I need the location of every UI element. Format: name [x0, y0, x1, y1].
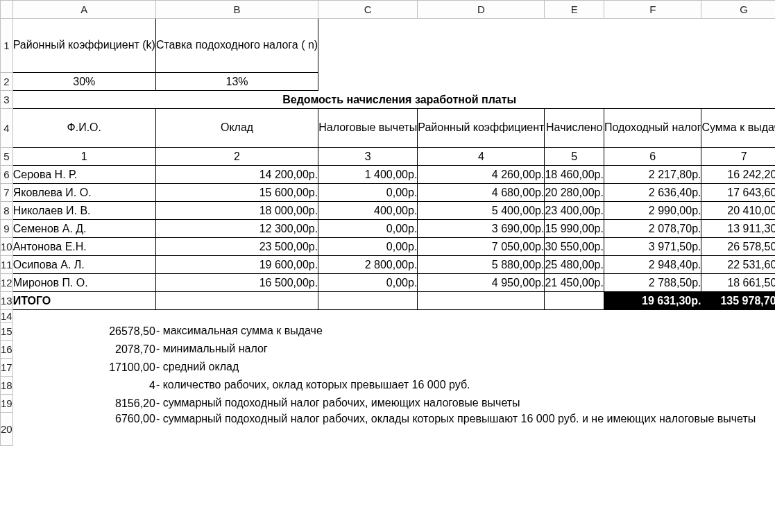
table-row[interactable]: 16 242,20р.: [701, 166, 775, 184]
table-row[interactable]: 15 990,00р.: [545, 220, 604, 238]
table-row[interactable]: 0,00р.: [318, 274, 418, 292]
table-row[interactable]: 23 500,00р.: [155, 238, 318, 256]
title-cell[interactable]: Ведомость начисления заработной платы: [12, 91, 775, 109]
table-row[interactable]: 18 000,00р.: [155, 202, 318, 220]
table-row[interactable]: 19 600,00р.: [155, 256, 318, 274]
table-row[interactable]: 18 661,50р.: [701, 274, 775, 292]
cell-C1[interactable]: [318, 19, 418, 73]
totals-label[interactable]: ИТОГО: [12, 292, 155, 310]
table-row[interactable]: 2 217,80р.: [604, 166, 701, 184]
table-row[interactable]: 2 636,40р.: [604, 184, 701, 202]
table-row[interactable]: 3 971,50р.: [604, 238, 701, 256]
cell-B13[interactable]: [155, 292, 318, 310]
table-row[interactable]: 22 531,60р.: [701, 256, 775, 274]
cell-A2[interactable]: 30%: [12, 73, 155, 91]
colnum-5[interactable]: 5: [545, 148, 604, 166]
colnum-2[interactable]: 2: [155, 148, 318, 166]
cell-G1[interactable]: [701, 19, 775, 73]
table-row[interactable]: 5 880,00р.: [418, 256, 545, 274]
cell-B1[interactable]: Ставка подоходного налога ( n): [155, 19, 318, 73]
row-header-10[interactable]: 10: [1, 238, 13, 256]
stat-val[interactable]: 4: [12, 377, 155, 395]
stat-val[interactable]: 6760,00: [12, 413, 155, 446]
stat-txt[interactable]: - количество рабочих, оклад которых прев…: [155, 377, 775, 395]
row-header-17[interactable]: 17: [1, 359, 13, 377]
table-row[interactable]: 1 400,00р.: [318, 166, 418, 184]
table-row[interactable]: 23 400,00р.: [545, 202, 604, 220]
stat-val[interactable]: 17100,00: [12, 359, 155, 377]
cell-G2[interactable]: [701, 73, 775, 91]
row-header-11[interactable]: 11: [1, 256, 13, 274]
table-row[interactable]: 4 260,00р.: [418, 166, 545, 184]
stat-txt[interactable]: - суммарный подоходный налог рабочих, им…: [155, 395, 775, 413]
table-row[interactable]: 13 911,30р.: [701, 220, 775, 238]
cell-F1[interactable]: [604, 19, 701, 73]
row-header-13[interactable]: 13: [1, 292, 13, 310]
row-header-19[interactable]: 19: [1, 395, 13, 413]
hdr-kcoef[interactable]: Районный коэффициент: [418, 109, 545, 148]
table-row[interactable]: 17 643,60р.: [701, 184, 775, 202]
cell-D2[interactable]: [418, 73, 545, 91]
table-row[interactable]: 0,00р.: [318, 184, 418, 202]
row-header-15[interactable]: 15: [1, 323, 13, 341]
table-row[interactable]: 4 680,00р.: [418, 184, 545, 202]
row-header-5[interactable]: 5: [1, 148, 13, 166]
table-row[interactable]: 5 400,00р.: [418, 202, 545, 220]
row-header-7[interactable]: 7: [1, 184, 13, 202]
col-header-C[interactable]: C: [318, 1, 418, 19]
stat-txt[interactable]: - средний оклад: [155, 359, 775, 377]
col-header-E[interactable]: E: [545, 1, 604, 19]
stat-txt[interactable]: - минимальный налог: [155, 341, 775, 359]
row-header-16[interactable]: 16: [1, 341, 13, 359]
stat-val[interactable]: 2078,70: [12, 341, 155, 359]
table-row[interactable]: 3 690,00р.: [418, 220, 545, 238]
row-header-1[interactable]: 1: [1, 19, 13, 73]
stat-val[interactable]: 8156,20: [12, 395, 155, 413]
colnum-1[interactable]: 1: [12, 148, 155, 166]
table-row[interactable]: 18 460,00р.: [545, 166, 604, 184]
cell-C2[interactable]: [318, 73, 418, 91]
table-row[interactable]: 7 050,00р.: [418, 238, 545, 256]
cell-E1[interactable]: [545, 19, 604, 73]
row-header-20[interactable]: 20: [1, 413, 13, 446]
table-row[interactable]: 2 990,00р.: [604, 202, 701, 220]
cell-E13[interactable]: [545, 292, 604, 310]
table-row[interactable]: 0,00р.: [318, 220, 418, 238]
hdr-salary[interactable]: Оклад: [155, 109, 318, 148]
col-header-A[interactable]: A: [12, 1, 155, 19]
stat-txt[interactable]: - суммарный подоходный налог рабочих, ок…: [155, 413, 775, 446]
row-header-2[interactable]: 2: [1, 73, 13, 91]
table-row[interactable]: 15 600,00р.: [155, 184, 318, 202]
table-row[interactable]: Осипова А. Л.: [12, 256, 155, 274]
table-row[interactable]: 12 300,00р.: [155, 220, 318, 238]
table-row[interactable]: 25 480,00р.: [545, 256, 604, 274]
table-row[interactable]: 4 950,00р.: [418, 274, 545, 292]
colnum-3[interactable]: 3: [318, 148, 418, 166]
totals-pay[interactable]: 135 978,70р.: [701, 292, 775, 310]
table-row[interactable]: 0,00р.: [318, 238, 418, 256]
table-row[interactable]: 2 078,70р.: [604, 220, 701, 238]
table-row[interactable]: 26 578,50р.: [701, 238, 775, 256]
row-header-18[interactable]: 18: [1, 377, 13, 395]
table-row[interactable]: 2 788,50р.: [604, 274, 701, 292]
cell-row14[interactable]: [12, 310, 775, 323]
table-row[interactable]: Николаев И. В.: [12, 202, 155, 220]
cell-C13[interactable]: [318, 292, 418, 310]
colnum-7[interactable]: 7: [701, 148, 775, 166]
hdr-pay[interactable]: Сумма к выдаче: [701, 109, 775, 148]
col-header-B[interactable]: B: [155, 1, 318, 19]
cell-D1[interactable]: [418, 19, 545, 73]
row-header-6[interactable]: 6: [1, 166, 13, 184]
row-header-9[interactable]: 9: [1, 220, 13, 238]
cell-B2[interactable]: 13%: [155, 73, 318, 91]
table-row[interactable]: 20 280,00р.: [545, 184, 604, 202]
colnum-4[interactable]: 4: [418, 148, 545, 166]
cell-D13[interactable]: [418, 292, 545, 310]
table-row[interactable]: 16 500,00р.: [155, 274, 318, 292]
cell-A1[interactable]: Районный коэффициент (k): [12, 19, 155, 73]
hdr-fio[interactable]: Ф.И.О.: [12, 109, 155, 148]
spreadsheet[interactable]: A B C D E F G 1 Районный коэффициент (k)…: [0, 0, 775, 446]
row-header-3[interactable]: 3: [1, 91, 13, 109]
stat-val[interactable]: 26578,50: [12, 323, 155, 341]
row-header-4[interactable]: 4: [1, 109, 13, 148]
